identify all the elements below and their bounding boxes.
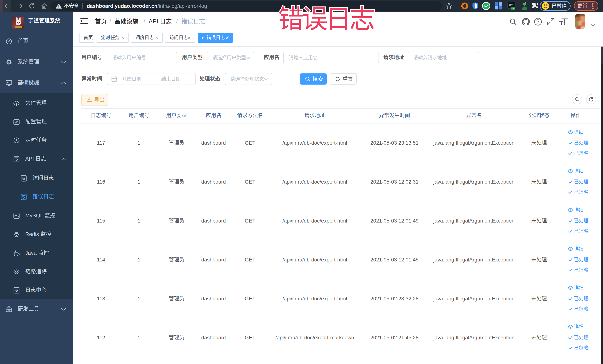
svg-text:on: on	[512, 7, 515, 10]
